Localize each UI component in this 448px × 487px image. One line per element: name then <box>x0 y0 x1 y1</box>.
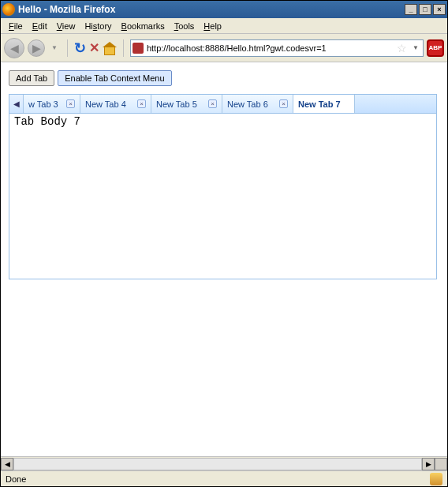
tab-close-icon[interactable]: × <box>208 99 217 108</box>
stop-button[interactable]: ✕ <box>89 40 99 55</box>
menu-file[interactable]: File <box>4 20 28 32</box>
bookmark-star-icon[interactable]: ☆ <box>397 42 407 54</box>
menu-view[interactable]: View <box>52 20 80 32</box>
button-row: Add Tab Enable Tab Context Menu <box>9 70 439 86</box>
tab-strip: w Tab 3 × New Tab 4 × New Tab 5 × New Ta… <box>24 95 436 113</box>
scroll-track[interactable] <box>13 458 422 470</box>
tab-close-icon[interactable]: × <box>279 99 288 108</box>
window-maximize-button[interactable]: □ <box>419 4 431 15</box>
window-close-button[interactable]: × <box>433 4 446 15</box>
page-viewport: Add Tab Enable Tab Context Menu ◀ w Tab … <box>1 62 447 456</box>
toolbar-separator <box>123 39 124 57</box>
tab-label: New Tab 4 <box>85 99 133 109</box>
menu-edit[interactable]: Edit <box>28 20 52 32</box>
extension-icon[interactable] <box>430 473 442 485</box>
tab-body: Tab Body 7 <box>9 114 436 129</box>
scroll-corner <box>435 458 447 470</box>
tab-item[interactable]: New Tab 4 × <box>80 95 151 113</box>
status-bar: Done <box>1 470 447 486</box>
status-text: Done <box>6 474 26 484</box>
menu-tools[interactable]: Tools <box>170 20 200 32</box>
tab-item[interactable]: New Tab 5 × <box>151 95 222 113</box>
back-button[interactable]: ◀ <box>4 38 24 58</box>
scroll-left-button[interactable]: ◀ <box>1 458 13 470</box>
history-dropdown-icon[interactable]: ▼ <box>48 44 61 51</box>
tab-label: New Tab 6 <box>227 99 274 109</box>
tab-close-icon[interactable]: × <box>137 99 146 108</box>
url-text[interactable]: http://localhost:8888/Hello.html?gwt.cod… <box>147 43 394 53</box>
tab-close-icon[interactable]: × <box>66 99 75 108</box>
tab-item[interactable]: w Tab 3 × <box>24 95 80 113</box>
add-tab-button[interactable]: Add Tab <box>9 70 54 86</box>
window-minimize-button[interactable]: _ <box>405 4 417 15</box>
menu-help[interactable]: Help <box>199 20 226 32</box>
tab-bar: ◀ w Tab 3 × New Tab 4 × New Tab 5 × New … <box>9 95 436 114</box>
enable-context-menu-button[interactable]: Enable Tab Context Menu <box>58 70 171 86</box>
url-bar[interactable]: http://localhost:8888/Hello.html?gwt.cod… <box>130 39 424 57</box>
forward-button[interactable]: ▶ <box>28 39 45 57</box>
menu-bar: File Edit View History Bookmarks Tools H… <box>1 18 447 34</box>
scroll-right-button[interactable]: ▶ <box>422 458 435 470</box>
firefox-icon <box>2 3 15 16</box>
navigation-toolbar: ◀ ▶ ▼ ↻ ✕ http://localhost:8888/Hello.ht… <box>1 34 447 62</box>
tab-scroll-left-button[interactable]: ◀ <box>9 95 24 113</box>
site-favicon-icon <box>133 43 144 54</box>
tab-panel: ◀ w Tab 3 × New Tab 4 × New Tab 5 × New … <box>9 94 437 279</box>
url-dropdown-icon[interactable]: ▼ <box>410 44 421 51</box>
tab-item[interactable]: New Tab 6 × <box>222 95 293 113</box>
home-button[interactable] <box>103 42 117 54</box>
window-title: Hello - Mozilla Firefox <box>18 4 115 15</box>
window-titlebar: Hello - Mozilla Firefox _ □ × <box>1 1 447 18</box>
tab-label: New Tab 5 <box>156 99 203 109</box>
tab-label: w Tab 3 <box>28 99 62 109</box>
menu-bookmarks[interactable]: Bookmarks <box>117 20 170 32</box>
tab-label: New Tab 7 <box>298 99 349 109</box>
reload-button[interactable]: ↻ <box>74 39 86 57</box>
toolbar-separator <box>67 39 68 57</box>
tab-item-active[interactable]: New Tab 7 <box>293 95 355 113</box>
horizontal-scrollbar[interactable]: ◀ ▶ <box>1 456 447 470</box>
menu-history[interactable]: History <box>80 20 116 32</box>
adblock-plus-icon[interactable]: ABP <box>427 39 444 57</box>
